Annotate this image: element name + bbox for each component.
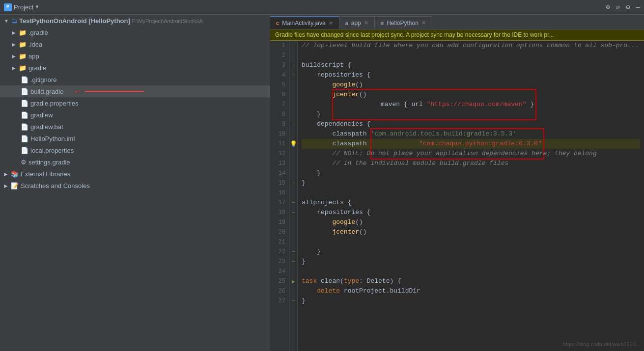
tree-item-settings-gradle[interactable]: ⚙ settings.gradle: [0, 156, 270, 168]
code-line: google(): [302, 217, 640, 227]
ext-lib-icon: 📚: [11, 170, 19, 178]
tree-item-label: build.gradle: [30, 88, 63, 95]
tree-item-gradle-dir[interactable]: 📁 .gradle: [0, 27, 270, 38]
tree-item-build-gradle[interactable]: 📄 build.gradle ←: [0, 85, 270, 97]
app-icon: a: [345, 20, 348, 26]
arrow-icon: [12, 65, 17, 71]
tree-item-label: gradlew: [30, 111, 53, 119]
minimize-icon[interactable]: —: [636, 3, 640, 11]
tree-item-label: TestPythonOnAndroid [HelloPython] F:\MyP…: [19, 17, 203, 25]
tree-item-idea[interactable]: 📁 .idea: [0, 38, 270, 50]
tree-item-root[interactable]: 🗂 TestPythonOnAndroid [HelloPython] F:\M…: [0, 15, 270, 27]
arrow-icon: [4, 18, 9, 24]
tree-item-label: gradle.properties: [30, 100, 79, 107]
code-line: [302, 51, 640, 60]
warning-bar: Gradle files have changed since last pro…: [270, 29, 644, 41]
code-line: [302, 237, 640, 247]
arrow-icon: [12, 30, 17, 35]
code-line: // NOTE: Do not place your application d…: [302, 149, 640, 159]
tab-label: HelloPython: [387, 20, 419, 27]
fold-marker[interactable]: −: [290, 60, 297, 70]
tree-item-scratches[interactable]: 📝 Scratches and Consoles: [0, 180, 270, 191]
line-numbers: 1 2 3 4 5 6 7 8 9 10 11 12 13 14 15 16 1…: [270, 41, 290, 351]
tree-item-label: .gradle: [28, 29, 48, 36]
code-content[interactable]: // Top-level build file where you can ad…: [298, 41, 644, 351]
settings-icon[interactable]: ⚙: [626, 3, 630, 11]
tree-item-label: External Libraries: [21, 170, 70, 178]
title-bar-icons: ⊕ ⇌ ⚙ —: [606, 3, 640, 11]
code-line: delete rootProject.buildDir: [302, 286, 640, 296]
tab-label: MainActivity.java: [282, 20, 325, 27]
warning-text: Gradle files have changed since last pro…: [275, 31, 554, 38]
tree-item-gradle-properties[interactable]: 📄 gradle.properties: [0, 97, 270, 109]
code-line: }: [302, 296, 640, 306]
tree-item-label: Scratches and Consoles: [21, 182, 90, 189]
tab-close-btn[interactable]: ✕: [329, 20, 333, 27]
arrow-line: [85, 91, 144, 92]
code-line: repositories {: [302, 208, 640, 217]
fold-marker[interactable]: −: [290, 178, 297, 188]
code-line: [302, 267, 640, 276]
tree-item-app[interactable]: 📁 app: [0, 50, 270, 62]
project-dropdown-icon[interactable]: ▼: [35, 4, 38, 10]
tree-item-iml[interactable]: 📄 HelloPython.iml: [0, 133, 270, 144]
comment: // Top-level build file where you can ad…: [302, 41, 639, 51]
arrow-icon: [12, 54, 17, 59]
title-bar: P Project ▼ ⊕ ⇌ ⚙ —: [0, 0, 644, 15]
split-icon[interactable]: ⇌: [616, 3, 620, 11]
tree-item-gradle-folder[interactable]: 📁 gradle: [0, 62, 270, 74]
code-area: 1 2 3 4 5 6 7 8 9 10 11 12 13 14 15 16 1…: [270, 41, 644, 351]
folder-icon: 📁: [19, 53, 27, 60]
fold-marker[interactable]: −: [290, 247, 297, 257]
file-icon: 📄: [21, 147, 28, 154]
title-bar-title: Project: [14, 3, 33, 11]
code-line: }: [302, 257, 640, 267]
arrow-icon: [12, 42, 17, 47]
tree-item-label: gradlew.bat: [30, 123, 63, 131]
tree-item-local-properties[interactable]: 📄 local.properties: [0, 144, 270, 156]
tree-item-label: HelloPython.iml: [30, 135, 75, 142]
file-icon: 📄: [21, 135, 28, 142]
code-editor: c MainActivity.java ✕ a app ✕ ≡ HelloPyt…: [270, 15, 644, 351]
code-line: // Top-level build file where you can ad…: [302, 41, 640, 51]
tab-main-activity[interactable]: c MainActivity.java ✕: [270, 16, 339, 29]
file-icon: 📄: [21, 76, 28, 83]
tree-item-gradlew-bat[interactable]: 📄 gradlew.bat: [0, 121, 270, 133]
file-icon: ⚙: [21, 159, 27, 166]
tree-item-external-libraries[interactable]: 📚 External Libraries: [0, 168, 270, 180]
tab-label: app: [351, 20, 361, 27]
fold-marker[interactable]: −: [290, 257, 297, 267]
file-icon: 📄: [21, 123, 28, 131]
folder-icon: 📁: [19, 41, 27, 48]
tab-hellopython[interactable]: ≡ HelloPython ✕: [375, 16, 432, 29]
code-line: allprojects {: [302, 198, 640, 208]
tab-close-btn[interactable]: ✕: [421, 20, 426, 26]
code-line: google(): [302, 80, 640, 90]
tree-item-label: app: [28, 53, 39, 60]
add-icon[interactable]: ⊕: [606, 3, 610, 11]
fold-marker[interactable]: −: [290, 296, 297, 306]
folder-icon: 🗂: [11, 17, 17, 25]
run-marker[interactable]: ▶: [290, 276, 297, 286]
folder-icon: 📁: [19, 64, 27, 72]
code-line: jcenter(): [302, 227, 640, 237]
file-icon: 📄: [21, 111, 28, 119]
tree-item-gitignore[interactable]: 📄 .gitignore: [0, 74, 270, 85]
fold-marker[interactable]: −: [290, 70, 297, 80]
fold-marker[interactable]: −: [290, 119, 297, 129]
tab-app[interactable]: a app ✕: [339, 16, 375, 29]
file-icon: 📄: [21, 100, 28, 107]
fold-marker[interactable]: −: [290, 198, 297, 208]
arrow-icon: [4, 183, 9, 189]
gradle-file-icon: 📄: [21, 88, 28, 95]
folder-icon: 📁: [19, 29, 27, 36]
tree-item-label: .gitignore: [30, 76, 56, 83]
tree-item-gradlew[interactable]: 📄 gradlew: [0, 109, 270, 121]
fold-marker[interactable]: −: [290, 208, 297, 217]
tree-item-label: local.properties: [30, 147, 74, 154]
code-line: }: [302, 178, 640, 188]
lightbulb-icon[interactable]: 💡: [290, 139, 297, 149]
gutter: − − − 💡 − − − − −: [290, 41, 298, 351]
tab-close-btn[interactable]: ✕: [364, 20, 368, 26]
title-bar-left: P Project ▼: [4, 3, 38, 11]
